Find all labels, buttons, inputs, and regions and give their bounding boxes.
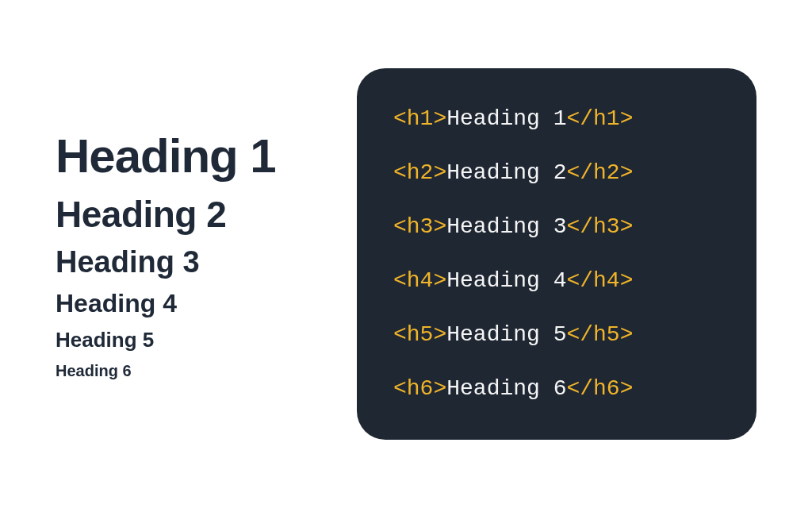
heading-2: Heading 2: [56, 193, 341, 236]
heading-3: Heading 3: [56, 245, 341, 279]
code-text: Heading 6: [446, 376, 566, 401]
html-tag-close: </h4>: [566, 268, 633, 293]
code-block: <h1>Heading 1</h1> <h2>Heading 2</h2> <h…: [357, 68, 756, 440]
html-tag-open: <h4>: [393, 268, 446, 293]
html-tag-close: </h3>: [566, 214, 633, 239]
code-text: Heading 5: [446, 322, 566, 347]
rendered-headings-panel: Heading 1 Heading 2 Heading 3 Heading 4 …: [56, 129, 341, 380]
html-tag-open: <h5>: [393, 322, 446, 347]
code-text: Heading 2: [446, 160, 566, 185]
html-tag-open: <h6>: [393, 376, 446, 401]
heading-1: Heading 1: [56, 129, 341, 183]
code-text: Heading 3: [446, 214, 566, 239]
heading-4: Heading 4: [56, 289, 341, 318]
code-line: <h4>Heading 4</h4>: [393, 270, 720, 292]
html-tag-open: <h2>: [393, 160, 446, 185]
html-tag-open: <h1>: [393, 106, 446, 131]
html-tag-close: </h6>: [566, 376, 633, 401]
code-text: Heading 1: [446, 106, 566, 131]
heading-6: Heading 6: [56, 362, 341, 380]
code-line: <h6>Heading 6</h6>: [393, 378, 720, 400]
code-line: <h3>Heading 3</h3>: [393, 216, 720, 238]
code-text: Heading 4: [446, 268, 566, 293]
code-panel: <h1>Heading 1</h1> <h2>Heading 2</h2> <h…: [357, 68, 756, 440]
html-tag-close: </h5>: [566, 322, 633, 347]
code-line: <h2>Heading 2</h2>: [393, 162, 720, 184]
code-line: <h1>Heading 1</h1>: [393, 108, 720, 130]
code-line: <h5>Heading 5</h5>: [393, 324, 720, 346]
html-tag-close: </h2>: [566, 160, 633, 185]
html-tag-close: </h1>: [566, 106, 633, 131]
heading-5: Heading 5: [56, 328, 341, 352]
html-tag-open: <h3>: [393, 214, 446, 239]
